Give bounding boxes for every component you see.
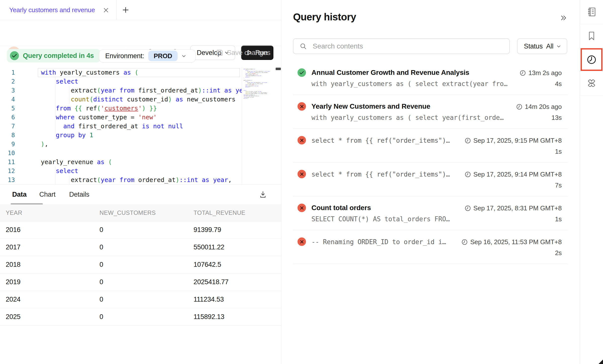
editor-minimap[interactable]: with yearly_customers as ( select extrac… <box>242 67 275 184</box>
download-icon[interactable] <box>259 190 267 199</box>
code-line[interactable]: 3 extract(year from first_ordered_at)::i… <box>0 86 242 95</box>
code-line[interactable]: 12 select <box>0 167 242 176</box>
clock-icon <box>465 137 471 144</box>
clock-icon <box>465 171 471 178</box>
code-text: from {{ ref('customers') }} <box>38 104 157 113</box>
code-text: yearly_revenue as ( <box>38 158 112 167</box>
code-text: extract(year from ordered_at)::int as ye… <box>38 176 232 184</box>
query-status-text: Query completed in 4s <box>23 52 94 60</box>
query-history-panel: Query history Status All Annual Customer… <box>281 0 580 364</box>
search-box[interactable] <box>293 39 510 54</box>
status-filter-dropdown[interactable]: Status All <box>517 39 567 54</box>
success-check-icon <box>10 51 19 60</box>
entry-title: Yearly New Customers and Revenue <box>311 102 430 110</box>
table-cell: 0 <box>100 221 103 238</box>
scrollbar-thumb[interactable] <box>276 68 281 70</box>
editor-panel: Yearly customers and revenue BL Your sav… <box>0 0 281 364</box>
clock-icon <box>516 104 522 110</box>
entry-duration: 7s <box>555 182 562 189</box>
table-cell: 0 <box>100 256 103 273</box>
query-history-entry[interactable]: select * from {{ ref("order_items")…Sep … <box>293 129 568 163</box>
status-filter-value: All <box>546 43 553 50</box>
tab-divider <box>116 0 117 20</box>
entry-timestamp: 14m 20s ago <box>516 103 562 111</box>
code-line[interactable]: 13 extract(year from ordered_at)::int as… <box>0 176 242 184</box>
tab-data[interactable]: Data <box>12 185 27 204</box>
line-number: 10 <box>0 149 15 158</box>
table-header-row: YEARNEW_CUSTOMERSTOTAL_REVENUE <box>0 204 281 221</box>
code-line[interactable]: 5 from {{ ref('customers') }} <box>0 104 242 113</box>
search-input[interactable] <box>312 39 505 53</box>
sidebar-item-lineage[interactable] <box>580 72 603 96</box>
entry-duration: 1s <box>555 148 562 155</box>
tab-chart[interactable]: Chart <box>39 185 55 204</box>
table-cell: 2025 <box>6 308 20 325</box>
sidebar-item-query-history[interactable] <box>580 48 603 72</box>
entry-query-preview: with yearly_customers as ( select year(f… <box>311 114 504 121</box>
entry-duration: 13s <box>552 114 562 122</box>
line-number: 6 <box>0 113 15 122</box>
notebook-icon <box>586 6 597 18</box>
status-error-icon <box>298 102 306 111</box>
save-changes-button[interactable]: Save changes <box>216 49 270 57</box>
new-tab-button[interactable] <box>122 7 129 13</box>
table-row: 20240111234.53 <box>0 291 281 308</box>
table-cell: 0 <box>100 291 103 308</box>
tab-yearly-customers[interactable]: Yearly customers and revenue <box>9 0 95 20</box>
code-line[interactable]: 6 where customer_type = 'new' <box>0 113 242 122</box>
active-rail-highlight <box>581 48 603 71</box>
table-cell: 107642.5 <box>194 256 221 273</box>
table-cell: 550011.22 <box>194 239 224 256</box>
query-history-entry[interactable]: Count total ordersSep 17, 2025, 8:31 PM … <box>293 196 568 230</box>
code-text: and first_ordered_at is not null <box>38 122 183 131</box>
code-line[interactable]: 8 group by 1 <box>0 131 242 140</box>
code-text: ), <box>38 140 48 149</box>
editor-scrollbar[interactable] <box>275 67 281 184</box>
query-history-list: Annual Customer Growth and Revenue Analy… <box>293 61 568 264</box>
query-history-entry[interactable]: Yearly New Customers and Revenue14m 20s … <box>293 95 568 129</box>
clock-icon <box>461 239 468 245</box>
line-number: 11 <box>0 158 15 167</box>
code-text: extract(year from first_ordered_at)::int… <box>38 86 254 95</box>
column-header: TOTAL_REVENUE <box>194 204 245 221</box>
status-filter-label: Status <box>524 43 543 50</box>
code-line[interactable]: 7 and first_ordered_at is not null <box>0 122 242 131</box>
search-icon <box>300 43 307 50</box>
chevron-down-icon <box>182 55 186 57</box>
column-header: YEAR <box>6 204 22 221</box>
sidebar-item-bookmarks[interactable] <box>580 24 603 48</box>
line-number: 4 <box>0 95 15 104</box>
sql-editor[interactable]: 1with yearly_customers as (2 select3 ext… <box>0 67 281 184</box>
query-history-entry[interactable]: -- Renaming ORDER_ID to order_id i…Sep 1… <box>293 230 568 264</box>
entry-duration: 1s <box>555 215 562 223</box>
environment-selector[interactable]: Environment: PROD <box>99 49 196 62</box>
line-number: 13 <box>0 176 15 184</box>
close-tab-icon[interactable] <box>103 7 109 13</box>
code-line[interactable]: 4 count(distinct customer_id) as new_cus… <box>0 95 242 104</box>
sidebar-item-notebook[interactable] <box>580 0 603 24</box>
page-title: Query history <box>293 11 356 23</box>
table-row: 20180107642.5 <box>0 256 281 273</box>
code-line[interactable]: 11yearly_revenue as ( <box>0 158 242 167</box>
tab-details[interactable]: Details <box>69 185 89 204</box>
code-line[interactable]: 1with yearly_customers as ( <box>0 68 242 77</box>
code-text: order by 1 <box>244 98 248 99</box>
minimap-line: order by 1 <box>244 98 275 99</box>
entry-timestamp: Sep 16, 2025, 11:53 PM GMT+8 <box>461 238 562 246</box>
error-x-icon <box>300 138 304 142</box>
table-cell: 2025418.77 <box>194 273 229 291</box>
code-line[interactable]: 2 select <box>0 77 242 86</box>
chevron-down-icon <box>557 45 560 47</box>
code-line[interactable]: 9), <box>0 140 242 149</box>
error-x-icon <box>300 206 304 210</box>
query-history-entry[interactable]: Annual Customer Growth and Revenue Analy… <box>293 61 568 95</box>
entry-query-preview: with yearly_customers as ( select extrac… <box>311 80 507 88</box>
entry-duration: 2s <box>555 249 562 257</box>
code-line[interactable]: 10 <box>0 149 242 158</box>
status-error-icon <box>298 170 306 178</box>
query-history-entry[interactable]: select * from {{ ref("order_items")…Sep … <box>293 163 568 196</box>
entry-timestamp: 13m 2s ago <box>520 69 562 77</box>
line-number: 5 <box>0 104 15 113</box>
collapse-panel-icon[interactable] <box>559 14 567 22</box>
line-number: 7 <box>0 122 15 131</box>
